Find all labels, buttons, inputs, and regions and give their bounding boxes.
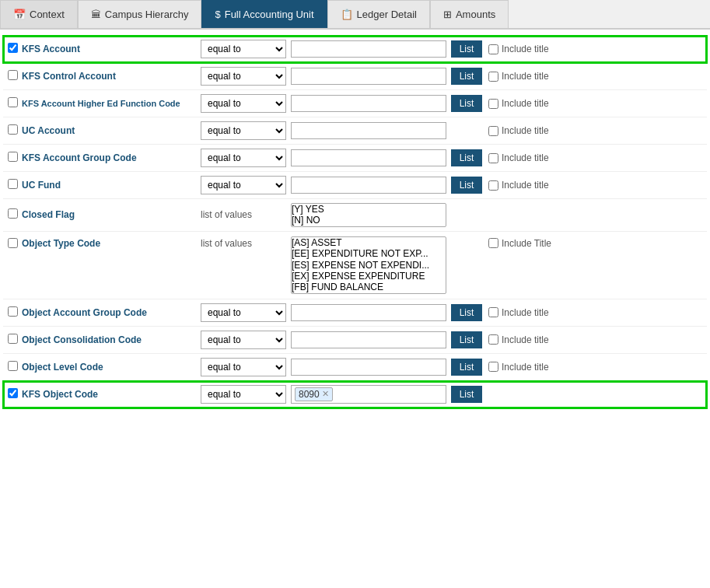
row-closed-flag: Closed Flag list of values [Y] YES [N] N…	[3, 199, 707, 232]
closed-flag-label: Closed Flag	[22, 209, 201, 220]
object-account-group-include-checkbox[interactable]	[488, 307, 498, 317]
kfs-account-group-include-checkbox[interactable]	[488, 153, 498, 163]
kfs-account-operator[interactable]: equal tonot equal toless thangreater tha…	[201, 40, 286, 58]
tab-context-label: Context	[30, 9, 65, 20]
tab-full-accounting-label: Full Accounting Unit	[225, 9, 314, 20]
tab-campus-label: Campus Hierarchy	[105, 9, 189, 20]
object-type-code-label: Object Type Code	[22, 236, 201, 249]
kfs-account-include-checkbox[interactable]	[488, 44, 498, 54]
object-account-group-operator[interactable]: equal tonot equal to	[201, 303, 286, 322]
row-kfs-account: KFS Account equal tonot equal toless tha…	[3, 36, 707, 63]
row-uc-fund: UC Fund equal tonot equal to List Includ…	[3, 172, 707, 199]
object-consolidation-include-checkbox[interactable]	[488, 334, 498, 345]
kfs-higher-ed-label: KFS Account Higher Ed Function Code	[22, 99, 201, 108]
uc-account-input[interactable]	[291, 122, 446, 139]
object-level-code-label: Object Level Code	[22, 362, 201, 373]
closed-flag-lov-label: list of values	[201, 209, 286, 220]
object-account-group-list-button[interactable]: List	[451, 304, 482, 321]
kfs-control-account-include-label: Include title	[502, 71, 549, 82]
kfs-object-code-checkbox[interactable]	[8, 388, 18, 398]
kfs-higher-ed-include-checkbox[interactable]	[488, 99, 498, 109]
kfs-control-account-operator[interactable]: equal tonot equal to	[201, 67, 286, 86]
kfs-account-label: KFS Account	[22, 44, 201, 54]
object-consolidation-list-button[interactable]: List	[451, 331, 482, 348]
object-consolidation-operator[interactable]: equal tonot equal to	[201, 331, 286, 349]
tab-ledger-label: Ledger Detail	[357, 9, 417, 20]
uc-fund-label: UC Fund	[22, 180, 201, 191]
object-consolidation-checkbox[interactable]	[8, 334, 18, 344]
object-level-code-include-checkbox[interactable]	[488, 362, 498, 372]
object-level-code-checkbox[interactable]	[8, 361, 18, 371]
kfs-account-input[interactable]	[291, 40, 446, 58]
tab-bar: 📅 Context 🏛 Campus Hierarchy $ Full Acco…	[0, 0, 710, 30]
uc-fund-include-label: Include title	[502, 180, 549, 191]
kfs-object-code-label: KFS Object Code	[22, 389, 201, 400]
uc-account-label: UC Account	[22, 125, 201, 136]
object-account-group-checkbox[interactable]	[8, 306, 18, 317]
uc-account-operator[interactable]: equal tonot equal to	[201, 121, 286, 140]
kfs-object-code-list-button[interactable]: List	[451, 386, 482, 403]
kfs-object-code-tag-close[interactable]: ✕	[322, 389, 329, 399]
kfs-higher-ed-input[interactable]	[291, 95, 446, 112]
kfs-object-code-tag: 8090 ✕	[295, 387, 333, 401]
kfs-account-group-operator[interactable]: equal tonot equal to	[201, 149, 286, 167]
kfs-object-code-tag-value: 8090	[299, 389, 320, 400]
closed-flag-lov-select[interactable]: [Y] YES [N] NO	[291, 203, 446, 227]
object-account-group-input[interactable]	[291, 304, 446, 321]
kfs-account-group-label: KFS Account Group Code	[22, 152, 201, 163]
object-type-code-include-checkbox[interactable]	[488, 238, 498, 248]
kfs-control-account-list-button[interactable]: List	[451, 68, 482, 85]
kfs-higher-ed-list-button[interactable]: List	[451, 95, 482, 112]
row-kfs-object-code: KFS Object Code equal tonot equal to 809…	[3, 381, 707, 408]
kfs-account-group-input[interactable]	[291, 149, 446, 166]
object-level-code-list-button[interactable]: List	[451, 359, 482, 376]
kfs-object-code-tag-input[interactable]: 8090 ✕	[291, 385, 446, 404]
kfs-higher-ed-operator[interactable]: equal tonot equal to	[201, 94, 286, 113]
tab-amounts-label: Amounts	[456, 9, 495, 20]
kfs-account-list-button[interactable]: List	[451, 40, 482, 58]
grid-icon: ⊞	[443, 9, 452, 20]
row-object-type-code: Object Type Code list of values [AS] ASS…	[3, 232, 707, 299]
object-type-code-checkbox[interactable]	[8, 238, 18, 248]
tab-full-accounting-unit[interactable]: $ Full Accounting Unit	[201, 0, 327, 28]
object-account-group-include-label: Include title	[502, 307, 549, 318]
row-uc-account: UC Account equal tonot equal to Include …	[3, 117, 707, 145]
closed-flag-checkbox[interactable]	[8, 208, 18, 219]
dollar-icon: $	[215, 9, 220, 20]
uc-fund-input[interactable]	[291, 177, 446, 194]
kfs-higher-ed-checkbox[interactable]	[8, 97, 18, 107]
tab-ledger-detail[interactable]: 📋 Ledger Detail	[327, 0, 430, 28]
object-type-code-lov-select[interactable]: [AS] ASSET [EE] EXPENDITURE NOT EXP... […	[291, 236, 446, 294]
row-kfs-account-higher-ed: KFS Account Higher Ed Function Code equa…	[3, 90, 707, 117]
uc-fund-operator[interactable]: equal tonot equal to	[201, 176, 286, 194]
kfs-account-include-label: Include title	[502, 44, 549, 54]
tab-context[interactable]: 📅 Context	[0, 0, 78, 28]
kfs-account-group-list-button[interactable]: List	[451, 149, 482, 166]
kfs-higher-ed-include-label: Include title	[502, 98, 549, 109]
uc-account-include-checkbox[interactable]	[488, 126, 498, 136]
uc-fund-checkbox[interactable]	[8, 179, 18, 189]
object-account-group-label: Object Account Group Code	[22, 307, 201, 318]
uc-fund-list-button[interactable]: List	[451, 177, 482, 194]
object-consolidation-label: Object Consolidation Code	[22, 334, 201, 345]
object-level-code-operator[interactable]: equal tonot equal to	[201, 358, 286, 376]
object-consolidation-include-label: Include title	[502, 334, 549, 345]
tab-campus-hierarchy[interactable]: 🏛 Campus Hierarchy	[78, 0, 202, 28]
kfs-control-account-include-checkbox[interactable]	[488, 72, 498, 82]
uc-account-checkbox[interactable]	[8, 124, 18, 135]
object-consolidation-input[interactable]	[291, 331, 446, 348]
object-level-code-include-label: Include title	[502, 362, 549, 373]
kfs-account-checkbox[interactable]	[8, 43, 18, 53]
main-content: KFS Account equal tonot equal toless tha…	[0, 30, 710, 415]
hierarchy-icon: 🏛	[91, 9, 101, 20]
row-object-consolidation-code: Object Consolidation Code equal tonot eq…	[3, 327, 707, 354]
kfs-account-group-checkbox[interactable]	[8, 152, 18, 162]
kfs-account-group-include-label: Include title	[502, 152, 549, 163]
kfs-control-account-checkbox[interactable]	[8, 70, 18, 80]
uc-fund-include-checkbox[interactable]	[488, 180, 498, 191]
tab-amounts[interactable]: ⊞ Amounts	[430, 0, 509, 28]
object-level-code-input[interactable]	[291, 359, 446, 376]
kfs-object-code-operator[interactable]: equal tonot equal to	[201, 385, 286, 404]
row-object-level-code: Object Level Code equal tonot equal to L…	[3, 354, 707, 381]
kfs-control-account-input[interactable]	[291, 68, 446, 85]
